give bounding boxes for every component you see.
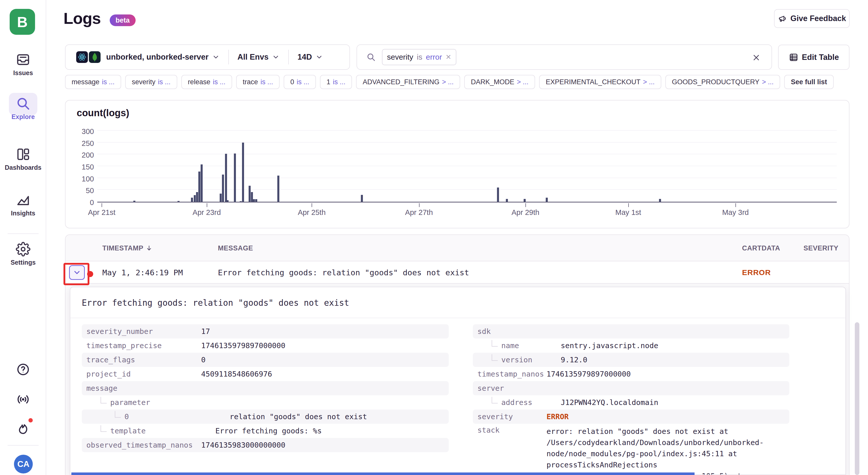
gridline (97, 166, 837, 166)
detail-row: message (82, 381, 449, 395)
sidebar-item-issues[interactable]: Issues (0, 52, 46, 77)
help-button[interactable] (0, 362, 46, 377)
gear-icon (16, 242, 31, 257)
gridline (97, 178, 837, 178)
chart-bar (225, 154, 227, 202)
clear-search-button[interactable] (750, 51, 763, 64)
detail-value: Error fetching goods: %s (215, 427, 322, 435)
chevron-down-icon (212, 53, 220, 61)
chart-bar (133, 201, 135, 202)
chip-condition: > ... (762, 78, 774, 86)
divider (228, 50, 229, 64)
give-feedback-button[interactable]: Give Feedback (774, 9, 850, 28)
date-range-selector[interactable]: 14D (298, 53, 312, 62)
sidebar-item-dashboards[interactable]: Dashboards (0, 147, 46, 171)
filter-chip[interactable]: severityis ... (125, 75, 177, 89)
chart-bar (524, 199, 526, 202)
chart-bar (198, 172, 200, 202)
x-tick-label: May 3rd (722, 208, 749, 217)
tree-elbow (492, 397, 498, 403)
column-header-cartdata[interactable]: CARTDATA (742, 235, 780, 261)
filter-chip[interactable]: EXPERIMENTAL_CHECKOUT> ... (539, 75, 661, 89)
chart-bar (220, 194, 222, 202)
chip-condition: is ... (213, 78, 225, 86)
filter-chip[interactable]: ADVANCED_FILTERING> ... (356, 75, 460, 89)
filter-chip[interactable]: 0is ... (284, 75, 316, 89)
x-tick-label: Apr 21st (88, 208, 115, 217)
detail-value: sentry.javascript.node (561, 341, 658, 350)
y-tick-label: 250 (82, 139, 94, 148)
column-header-message[interactable]: MESSAGE (218, 235, 253, 261)
chart-bar (194, 195, 196, 202)
detail-row: severityERROR (473, 410, 789, 424)
detail-key: timestamp_precise (82, 341, 201, 350)
sidebar-item-explore[interactable]: Explore (0, 96, 46, 121)
chevron-down-icon (73, 268, 81, 277)
detail-row: trace_flags0 (82, 353, 449, 367)
environment-selector[interactable]: All Envs (238, 53, 269, 62)
chip-key: DARK_MODE (471, 78, 514, 86)
filter-chip[interactable]: GOODS_PRODUCTQUERY> ... (665, 75, 780, 89)
expand-row-button[interactable] (69, 265, 85, 280)
sidebar-divider (8, 233, 39, 234)
row-severity-badge: ERROR (742, 261, 771, 284)
gridline (97, 154, 837, 154)
grid-icon (16, 147, 31, 162)
column-header-severity[interactable]: SEVERITY (804, 235, 839, 261)
chip-key: release (188, 78, 211, 86)
beta-badge: beta (110, 14, 135, 26)
user-avatar[interactable]: CA (14, 455, 33, 473)
project-selector[interactable]: unborked, unborked-server (106, 53, 209, 62)
search-filter-token[interactable]: severity is error ✕ (382, 49, 456, 65)
sidebar-item-insights[interactable]: Insights (0, 192, 46, 217)
page-title: Logs (63, 9, 101, 27)
chip-key: EXPERIMENTAL_CHECKOUT (546, 78, 641, 86)
chart-bar (234, 154, 236, 202)
log-table-row[interactable]: May 1, 2:46:19 PM Error fetching goods: … (65, 261, 849, 284)
vertical-scrollbar[interactable] (855, 322, 859, 475)
org-logo[interactable]: B (10, 9, 35, 35)
filter-chip[interactable]: 1is ... (320, 75, 352, 89)
log-detail-panel: Error fetching goods: relation "goods" d… (70, 287, 846, 475)
detail-key: project_id (82, 370, 201, 378)
next-row-focus-bar (71, 472, 694, 475)
tree-elbow (492, 340, 498, 347)
y-tick-label: 0 (90, 198, 94, 207)
detail-attributes-right: sdknamesentry.javascript.nodeversion9.12… (473, 324, 789, 475)
column-label: SEVERITY (804, 244, 839, 252)
filter-chip[interactable]: See full list (784, 75, 834, 89)
filter-chip[interactable]: messageis ... (65, 75, 121, 89)
chip-key: 1 (327, 78, 331, 86)
token-remove-icon[interactable]: ✕ (445, 53, 451, 61)
detail-value: 17 (201, 327, 210, 336)
detail-value: 1746135979897000000 (201, 341, 285, 350)
detail-key: address (487, 398, 561, 407)
detail-value: error: relation "goods" does not exist a… (547, 426, 775, 475)
filter-chip[interactable]: DARK_MODE> ... (464, 75, 535, 89)
help-icon (16, 362, 30, 377)
filter-chip[interactable]: releaseis ... (181, 75, 232, 89)
node-project-icon (89, 51, 100, 63)
detail-key: trace_flags (82, 355, 201, 364)
search-icon (366, 52, 376, 62)
sort-desc-icon (146, 245, 153, 252)
search-icon (16, 96, 31, 111)
chip-key: trace (243, 78, 258, 86)
filter-chip[interactable]: traceis ... (236, 75, 280, 89)
divider (70, 318, 845, 318)
column-header-timestamp[interactable]: TIMESTAMP (102, 235, 153, 261)
detail-row: version9.12.0 (473, 353, 789, 367)
sidebar-item-settings[interactable]: Settings (0, 242, 46, 266)
whats-new-button[interactable] (0, 421, 46, 435)
project-icons (76, 51, 100, 63)
chart-bar (200, 164, 203, 202)
broadcast-button[interactable] (0, 392, 46, 406)
y-tick-label: 150 (82, 163, 94, 171)
chart-bar (196, 192, 198, 202)
log-search-input[interactable]: severity is error ✕ (356, 44, 772, 70)
sidebar-divider (8, 445, 39, 446)
token-value: error (426, 53, 442, 61)
sidebar-item-label: Dashboards (5, 164, 41, 171)
detail-key: severity (473, 412, 547, 421)
edit-table-button[interactable]: Edit Table (778, 45, 849, 70)
